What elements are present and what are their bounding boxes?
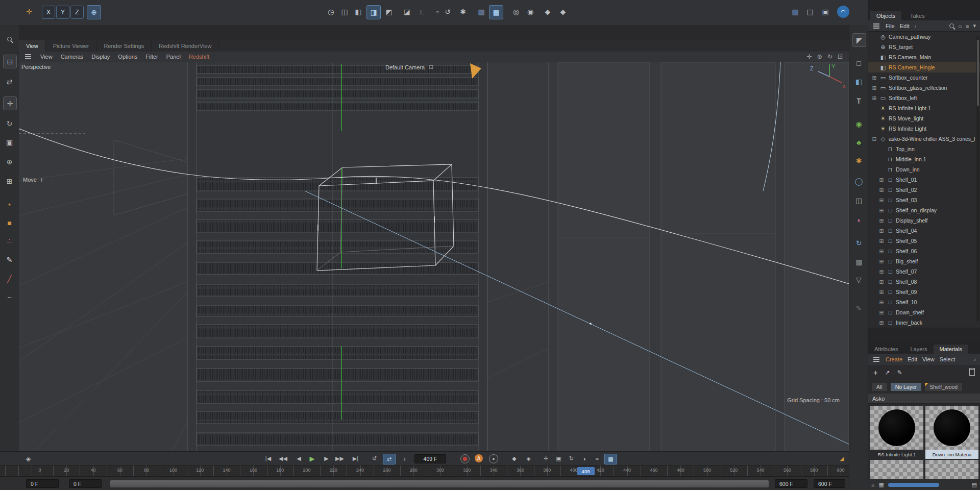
ramp-button[interactable]: ⇄: [383, 454, 396, 464]
rotation-icon[interactable]: ↻: [852, 236, 865, 249]
object-row[interactable]: ⊞Big_shelf: [868, 256, 980, 266]
list-icon[interactable]: ≡: [966, 23, 969, 29]
dual-monitor-icon[interactable]: ▥: [789, 5, 802, 18]
axis-y-button[interactable]: Y: [56, 6, 69, 19]
object-row[interactable]: RS Move_light: [868, 113, 980, 124]
prev-frame-button[interactable]: ◀: [293, 454, 305, 463]
play-button[interactable]: ▶: [306, 454, 318, 463]
playhead[interactable]: 409: [577, 467, 595, 475]
range-slider[interactable]: [110, 480, 769, 488]
tab-layers[interactable]: Layers: [904, 345, 933, 354]
menu-view[interactable]: View: [922, 356, 935, 362]
view-mode-label[interactable]: Perspective: [21, 64, 51, 70]
viewport-canvas[interactable]: Y x Z Perspective Default Camera ⊡ Move …: [19, 62, 849, 451]
reset-psr-icon[interactable]: ↺: [441, 5, 454, 18]
tab-objects[interactable]: Objects: [870, 11, 901, 20]
object-row[interactable]: Down_inn: [868, 164, 980, 175]
menu-edit[interactable]: Edit: [900, 23, 910, 29]
model-mode-icon[interactable]: ⊞: [3, 175, 16, 187]
expand-toggle-icon[interactable]: ⊞: [871, 85, 877, 91]
tab-materials[interactable]: Materials: [934, 345, 969, 354]
filter-icon[interactable]: ▾: [973, 22, 976, 29]
arrow-select-icon[interactable]: ◤: [852, 33, 866, 47]
tweak-tool-icon[interactable]: ⇄: [3, 75, 16, 88]
knife-tool-icon[interactable]: ╱: [3, 272, 16, 285]
key-diamond-button[interactable]: ◆: [508, 454, 520, 463]
filter-shelf-wood-button[interactable]: Shelf_wood: [924, 382, 963, 391]
object-row[interactable]: ⊞Shelf_07: [868, 266, 980, 277]
paint-tool-icon[interactable]: ∴: [3, 234, 16, 247]
brush-tool-icon[interactable]: ✎: [3, 253, 16, 266]
search-icon[interactable]: [949, 23, 954, 28]
menu-redshift[interactable]: Redshift: [189, 54, 209, 60]
scale-tool-icon[interactable]: ▣: [3, 136, 16, 149]
move-tool-icon[interactable]: ✛: [3, 96, 17, 110]
object-row[interactable]: ⊞Shelf_04: [868, 226, 980, 236]
object-row[interactable]: ⊞Display_shelf: [868, 215, 980, 226]
range-start-field-2[interactable]: 0 F: [69, 479, 102, 488]
axis-x-button[interactable]: X: [42, 6, 55, 19]
expand-toggle-icon[interactable]: ⊞: [878, 299, 885, 306]
trash-icon[interactable]: [969, 368, 975, 376]
expand-toggle-icon[interactable]: ⊞: [878, 177, 885, 183]
expand-toggle-icon[interactable]: ⊞: [878, 248, 885, 255]
render-region-icon[interactable]: ◫: [338, 5, 351, 18]
expand-toggle-icon[interactable]: ⊞: [878, 187, 885, 193]
menu-create[interactable]: Create: [886, 356, 902, 362]
expand-toggle-icon[interactable]: ⊞: [878, 197, 885, 204]
menu-panel[interactable]: Panel: [166, 54, 181, 60]
tree-icon[interactable]: ♣: [852, 136, 865, 149]
object-row[interactable]: ⊞Softbox_left: [868, 93, 980, 103]
hamburger-icon[interactable]: [25, 56, 31, 57]
object-row[interactable]: ⊞Shelf_09: [868, 287, 980, 297]
menu-file[interactable]: File: [886, 23, 895, 29]
object-row[interactable]: Camera_pathway: [868, 32, 980, 42]
object-row[interactable]: ⊟asko-3d-Wine chiller ASS_3 cones_l: [868, 134, 980, 144]
object-row[interactable]: Top_inn: [868, 144, 980, 154]
tab-view[interactable]: View: [19, 40, 46, 52]
magnet-tool-icon[interactable]: ▪: [3, 198, 16, 210]
filter-no-layer-button[interactable]: No Layer: [890, 382, 922, 391]
expand-toggle-icon[interactable]: ⊞: [871, 95, 877, 102]
hamburger-icon[interactable]: [873, 26, 879, 27]
menu-view[interactable]: View: [40, 54, 53, 60]
expand-toggle-icon[interactable]: ⊞: [878, 279, 885, 285]
selection-tool-icon[interactable]: ⊡: [3, 55, 17, 68]
expand-toggle-icon[interactable]: ⊞: [878, 258, 885, 265]
gear-icon[interactable]: ✱: [852, 154, 865, 167]
sphere-icon[interactable]: ◉: [524, 5, 537, 18]
expand-toggle-icon[interactable]: ⊞: [878, 207, 885, 214]
object-row[interactable]: ⊞Down_shelf: [868, 307, 980, 317]
sphere-grid-icon[interactable]: ◉: [852, 117, 865, 130]
object-row[interactable]: ⊞Shelf_05: [868, 236, 980, 246]
material-thumbnail[interactable]: [925, 406, 978, 450]
pan-icon[interactable]: ✛: [807, 53, 812, 60]
axis-z-button[interactable]: Z: [70, 6, 84, 19]
material-thumbnail[interactable]: [925, 460, 978, 479]
camera-swap-icon[interactable]: ⊡: [429, 64, 433, 70]
object-row[interactable]: ⊞Shelf_06: [868, 246, 980, 256]
record-parameter-icon[interactable]: ◑: [578, 454, 590, 463]
object-row[interactable]: RS Infinite Light: [868, 124, 980, 134]
object-row[interactable]: ⊞Shelf_02: [868, 185, 980, 195]
frame-field[interactable]: 409 F: [414, 454, 446, 463]
menu-overflow-chevron[interactable]: ›: [915, 23, 917, 29]
material-thumbnail[interactable]: [870, 406, 923, 450]
object-row[interactable]: ⊞Softbox_glass_reflection: [868, 83, 980, 93]
menu-overflow-chevron[interactable]: ›: [974, 356, 976, 362]
tab-picture-viewer[interactable]: Picture Viewer: [46, 40, 97, 52]
detail-view-icon[interactable]: ▤: [972, 481, 977, 488]
coordinate-system-icon[interactable]: ✛: [22, 5, 36, 18]
expand-toggle-icon[interactable]: ⊞: [878, 228, 885, 234]
gear-icon[interactable]: ✱: [456, 5, 470, 18]
object-row[interactable]: RS Camera_Hingie: [868, 62, 980, 72]
object-row[interactable]: ⊞Shelf_10: [868, 297, 980, 307]
display-mode-icon[interactable]: ◩: [382, 5, 396, 18]
materials-scrollbar[interactable]: [888, 483, 939, 487]
tab-takes[interactable]: Takes: [904, 11, 931, 20]
expand-toggle-icon[interactable]: ⊟: [871, 136, 877, 142]
expand-toggle-icon[interactable]: ⊞: [878, 238, 885, 244]
expand-toggle-icon[interactable]: ⊞: [871, 75, 877, 81]
autokey-button[interactable]: A: [475, 454, 483, 462]
menu-display[interactable]: Display: [91, 54, 110, 60]
